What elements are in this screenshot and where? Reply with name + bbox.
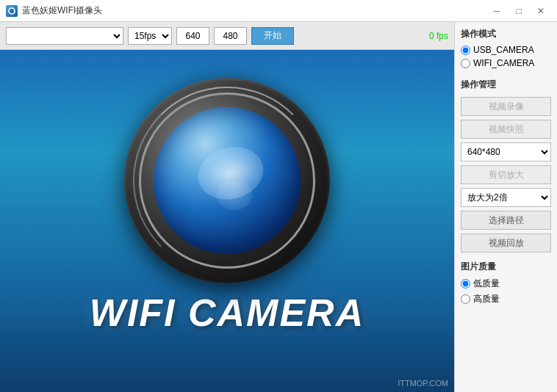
toolbar: 5fps 10fps 15fps 20fps 25fps 30fps 开始 0 … — [0, 22, 454, 50]
zoom-select[interactable]: 放大为2倍 放大为4倍 放大为8倍 — [461, 188, 551, 207]
camera-source-select[interactable] — [6, 27, 123, 45]
high-quality-label: 高质量 — [473, 293, 500, 305]
management-title: 操作管理 — [461, 79, 551, 91]
crop-zoom-button[interactable]: 剪切放大 — [461, 165, 551, 184]
svg-point-1 — [10, 9, 14, 13]
image-quality-group: 低质量 高质量 — [461, 277, 551, 305]
low-quality-option[interactable]: 低质量 — [461, 277, 551, 290]
video-playback-button[interactable]: 视频回放 — [461, 233, 551, 253]
maximize-button[interactable]: □ — [509, 4, 529, 18]
operation-mode-group: USB_CAMERA WIFI_CAMERA — [461, 45, 551, 68]
usb-camera-label: USB_CAMERA — [473, 45, 534, 55]
wifi-camera-label: WIFI_CAMERA — [473, 58, 534, 68]
low-quality-label: 低质量 — [473, 277, 500, 290]
app-icon — [6, 5, 18, 17]
wifi-camera-radio[interactable] — [461, 59, 470, 68]
high-quality-radio[interactable] — [461, 294, 470, 304]
low-quality-radio[interactable] — [461, 279, 470, 288]
usb-camera-option[interactable]: USB_CAMERA — [461, 45, 551, 55]
wifi-camera-text: WIFI CAMERA — [90, 291, 364, 335]
title-bar-left: 蓝色妖姬WIFI摄像头 — [6, 4, 102, 17]
camera-lens — [124, 78, 330, 283]
high-quality-option[interactable]: 高质量 — [461, 293, 551, 305]
width-input[interactable] — [176, 27, 209, 45]
wifi-camera-option[interactable]: WIFI_CAMERA — [461, 58, 551, 68]
image-quality-title: 图片质量 — [461, 261, 551, 273]
close-button[interactable]: ✕ — [531, 4, 551, 18]
operation-mode-title: 操作模式 — [461, 28, 551, 40]
usb-camera-radio[interactable] — [461, 46, 470, 55]
main-container: 5fps 10fps 15fps 20fps 25fps 30fps 开始 0 … — [0, 22, 557, 392]
video-record-button[interactable]: 视频录像 — [461, 97, 551, 116]
resolution-select[interactable]: 640*480 320*240 1280*720 — [461, 142, 551, 161]
chrome-ring — [133, 87, 321, 275]
fps-select[interactable]: 5fps 10fps 15fps 20fps 25fps 30fps — [128, 27, 172, 45]
app-title: 蓝色妖姬WIFI摄像头 — [22, 4, 102, 17]
select-path-button[interactable]: 选择路径 — [461, 211, 551, 230]
fps-counter: 0 fps — [429, 31, 448, 41]
title-bar: 蓝色妖姬WIFI摄像头 ─ □ ✕ — [0, 0, 557, 22]
right-panel: 操作模式 USB_CAMERA WIFI_CAMERA 操作管理 视频录像 视频… — [454, 22, 557, 392]
watermark: ITTMOP.COM — [398, 379, 448, 388]
start-button[interactable]: 开始 — [251, 27, 294, 45]
camera-display: WIFI CAMERA ITTMOP.COM — [0, 50, 454, 392]
window-controls: ─ □ ✕ — [486, 4, 551, 18]
video-snapshot-button[interactable]: 视频快照 — [461, 120, 551, 139]
height-input[interactable] — [214, 27, 247, 45]
camera-view: 5fps 10fps 15fps 20fps 25fps 30fps 开始 0 … — [0, 22, 454, 392]
minimize-button[interactable]: ─ — [486, 4, 507, 18]
